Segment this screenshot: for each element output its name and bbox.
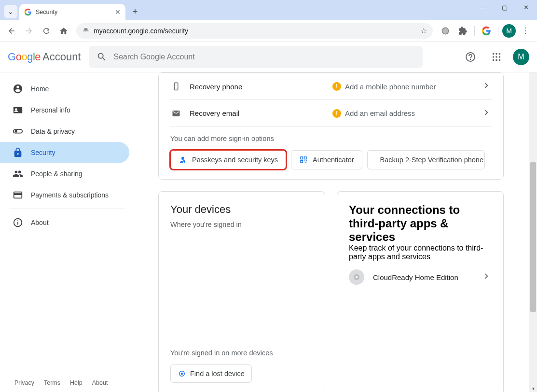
chrome-profile-avatar[interactable]: M: [502, 24, 516, 38]
tab-search-dropdown[interactable]: ⌄: [4, 5, 17, 18]
chip-backup-phone[interactable]: Backup 2-Step Verification phone: [367, 150, 485, 169]
nav-home-button[interactable]: [56, 23, 71, 39]
browser-chrome: — ▢ ✕ ⌄ Security ✕ + myaccount.google.co…: [0, 0, 537, 42]
account-avatar[interactable]: M: [513, 49, 529, 65]
help-icon[interactable]: [461, 47, 480, 67]
row-value: Add a mobile phone number: [345, 83, 436, 91]
info-icon: [13, 217, 23, 228]
sidebar-item-people-sharing[interactable]: People & sharing: [0, 163, 129, 184]
window-maximize[interactable]: ▢: [494, 0, 515, 14]
svg-point-4: [499, 53, 501, 55]
devices-card: Your devices Where you're signed in You'…: [158, 191, 325, 392]
signin-options-card: Recovery phone !Add a mobile phone numbe…: [158, 72, 504, 180]
svg-point-12: [15, 130, 17, 133]
nav-reload-button[interactable]: [39, 23, 54, 39]
sidebar-item-label: Payments & subscriptions: [31, 191, 109, 199]
toggle-icon: [13, 126, 23, 137]
browser-tab[interactable]: Security ✕: [19, 4, 125, 20]
sidebar-item-label: Home: [31, 85, 49, 93]
tab-title: Security: [36, 9, 111, 15]
extensions-icon[interactable]: [455, 23, 470, 39]
svg-point-15: [181, 373, 183, 375]
sidebar-item-label: Personal info: [31, 106, 70, 114]
sidebar-item-label: Data & privacy: [31, 127, 75, 135]
google-account-logo[interactable]: Google Account: [8, 51, 81, 63]
svg-point-10: [499, 59, 501, 61]
window-minimize[interactable]: —: [472, 0, 494, 14]
footer-privacy[interactable]: Privacy: [14, 379, 34, 386]
nav-back-button[interactable]: [4, 23, 19, 39]
app-icon: [349, 269, 364, 285]
chip-label: Passkeys and security keys: [192, 156, 278, 164]
svg-point-1: [442, 28, 448, 34]
connections-card: Your connections to third-party apps & s…: [337, 191, 504, 392]
row-label: Recovery email: [190, 109, 325, 117]
sidebar-item-home[interactable]: Home: [0, 78, 129, 99]
search-input[interactable]: Search Google Account: [89, 46, 423, 68]
scroll-down-arrow[interactable]: ▾: [529, 384, 537, 392]
connections-title: Your connections to third-party apps & s…: [349, 203, 492, 244]
window-close[interactable]: ✕: [515, 0, 537, 14]
devices-title: Your devices: [170, 203, 313, 216]
connection-item[interactable]: CloudReady Home Edition: [349, 266, 492, 288]
chip-passkeys[interactable]: Passkeys and security keys: [170, 150, 286, 169]
ext-globe-icon[interactable]: [438, 23, 453, 39]
chevron-right-icon: [481, 107, 492, 120]
svg-point-6: [496, 56, 497, 58]
tab-close-icon[interactable]: ✕: [115, 8, 121, 16]
chevron-right-icon: [481, 80, 492, 93]
sidebar-item-security[interactable]: Security: [0, 142, 129, 163]
sidebar-item-about[interactable]: About: [0, 212, 129, 233]
apps-grid-icon[interactable]: [487, 47, 506, 67]
svg-point-3: [496, 53, 497, 55]
svg-point-18: [356, 276, 358, 279]
row-recovery-email[interactable]: Recovery email !Add an email address: [170, 100, 492, 127]
connection-label: CloudReady Home Edition: [373, 273, 472, 281]
credit-card-icon: [13, 190, 23, 200]
nav-forward-button[interactable]: [21, 23, 37, 39]
new-tab-button[interactable]: +: [128, 5, 142, 18]
sidebar-item-label: Security: [31, 149, 55, 156]
qr-icon: [299, 155, 308, 164]
address-bar-text: myaccount.google.com/security: [94, 27, 416, 35]
sidebar-item-personal-info[interactable]: Personal info: [0, 99, 129, 121]
footer-about[interactable]: About: [92, 379, 108, 386]
people-icon: [13, 168, 23, 179]
chip-label: Backup 2-Step Verification phone: [380, 156, 483, 164]
sidebar-divider: [10, 209, 125, 209]
google-profile-icon[interactable]: [479, 23, 494, 39]
lock-icon: [13, 147, 23, 158]
footer-terms[interactable]: Terms: [44, 379, 60, 386]
sidebar-item-data-privacy[interactable]: Data & privacy: [0, 121, 129, 142]
sidebar-nav: Home Personal info Data & privacy Securi…: [0, 42, 135, 392]
sidebar-item-payments[interactable]: Payments & subscriptions: [0, 184, 129, 206]
address-bar[interactable]: myaccount.google.com/security ☆: [76, 23, 433, 39]
bookmark-star-icon[interactable]: ☆: [420, 26, 427, 35]
warning-icon: !: [332, 109, 341, 118]
devices-subtitle: Where you're signed in: [170, 221, 313, 228]
find-lost-device-button[interactable]: Find a lost device: [170, 364, 252, 383]
chrome-menu-icon[interactable]: ⋮: [518, 23, 533, 39]
chip-authenticator[interactable]: Authenticator: [291, 150, 362, 169]
scrollbar-thumb[interactable]: [530, 162, 536, 312]
page-scrollbar[interactable]: ▴ ▾: [529, 42, 537, 392]
svg-point-7: [499, 56, 501, 58]
chip-label: Authenticator: [313, 156, 354, 164]
signin-hint-text: You can add more sign-in options: [170, 135, 492, 142]
chevron-right-icon: [481, 271, 492, 283]
row-label: Recovery phone: [190, 83, 325, 91]
locate-icon: [178, 369, 186, 378]
page-header: Google Account Search Google Account M: [0, 42, 537, 72]
svg-point-5: [493, 56, 495, 58]
row-recovery-phone[interactable]: Recovery phone !Add a mobile phone numbe…: [170, 73, 492, 100]
google-logo-text: Google: [8, 51, 41, 63]
warning-icon: !: [332, 82, 341, 91]
email-icon: [170, 109, 182, 118]
site-info-icon[interactable]: [82, 26, 90, 35]
search-icon: [96, 52, 107, 62]
account-logo-text: Account: [42, 51, 81, 63]
svg-point-14: [176, 89, 177, 90]
sidebar-item-label: About: [31, 219, 49, 226]
footer-links: Privacy Terms Help About: [14, 379, 108, 386]
footer-help[interactable]: Help: [70, 379, 83, 386]
